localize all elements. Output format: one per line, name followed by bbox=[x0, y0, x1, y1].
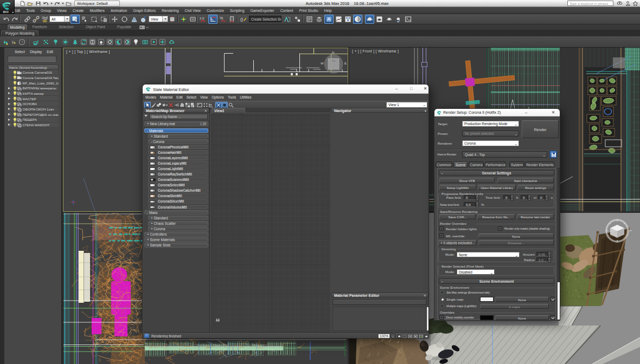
view-to-render-dropdown[interactable]: Quad 4 - Top⌄ bbox=[462, 151, 547, 158]
rendered-frame-icon[interactable] bbox=[375, 15, 384, 24]
menu-gameexporter[interactable]: GameExporter bbox=[247, 7, 277, 14]
slate-zoom-chevron[interactable]: ⌄ bbox=[391, 334, 395, 339]
corona-converter-icon[interactable] bbox=[79, 37, 88, 47]
corona-library-icon[interactable] bbox=[88, 37, 97, 47]
save-cxr-button[interactable]: Save CXR... bbox=[439, 214, 476, 219]
denoise-mode-dropdown[interactable]: None⌄ bbox=[457, 252, 520, 257]
percent-snap-icon[interactable]: % bbox=[218, 15, 227, 24]
explorer-item[interactable]: ПЕРЕГОРОДКА со скалам bbox=[8, 112, 59, 118]
menu-group[interactable]: Group bbox=[38, 7, 54, 14]
setup-lightmix-button[interactable]: Setup LightMix bbox=[439, 185, 476, 190]
open-a360-icon[interactable] bbox=[404, 15, 413, 24]
browser-group-standard[interactable]: + Standard bbox=[148, 134, 208, 139]
undo-flyout-icon[interactable] bbox=[50, 3, 53, 5]
explorer-item[interactable]: ОФОРМ ОКОН 1зал bbox=[8, 107, 59, 112]
browser-material-coronaslicermtl[interactable]: CoronaSlicerMtl bbox=[148, 199, 208, 204]
zoom-extents-selected-icon[interactable] bbox=[413, 334, 418, 339]
slate-menu-material[interactable]: Material bbox=[160, 95, 172, 99]
selection_set-dropdown[interactable]: Create Selection Se bbox=[249, 16, 281, 22]
ribbon-tab-object-paint[interactable]: Object Paint bbox=[84, 24, 107, 30]
menu-customize[interactable]: Customize bbox=[203, 7, 227, 14]
slate-minimize-button[interactable]: – bbox=[391, 86, 402, 91]
zoom-region-icon[interactable] bbox=[402, 334, 407, 339]
search-binoculars-icon[interactable] bbox=[617, 1, 623, 6]
objects-excluded-button[interactable]: + 0 objects excluded... bbox=[438, 240, 477, 245]
ribbon-tab-selection[interactable]: Selection bbox=[56, 24, 76, 30]
slate-material-editor-window[interactable]: Slate Material Editor – □ ✕ ModesMateria… bbox=[142, 84, 429, 339]
corona-interactive-icon[interactable] bbox=[158, 37, 167, 47]
forest-lister-icon[interactable] bbox=[51, 37, 60, 47]
menu-modifiers[interactable]: Modifiers bbox=[87, 7, 108, 14]
redo-flyout-icon[interactable] bbox=[62, 3, 64, 5]
show-grid-icon[interactable] bbox=[221, 102, 228, 108]
time-m-spinner[interactable]: 0 bbox=[521, 195, 528, 200]
render-production-icon[interactable] bbox=[385, 15, 394, 24]
unlink-selection-icon[interactable] bbox=[31, 15, 41, 24]
menu-content[interactable]: Content bbox=[277, 7, 296, 14]
rsetup-minimize-button[interactable]: – bbox=[521, 110, 531, 115]
search-input[interactable]: Type a keyword or phrase bbox=[567, 1, 613, 6]
snaps-25-icon[interactable]: 2.5 bbox=[198, 15, 207, 24]
rsetup-tab-render-elements[interactable]: Render Elements bbox=[526, 161, 554, 167]
browser-group-materials[interactable]: - Materials bbox=[144, 128, 208, 133]
browser-group-maps[interactable]: - Maps bbox=[144, 210, 208, 215]
sign-in-icon[interactable] bbox=[625, 1, 631, 6]
renderer-dropdown[interactable]: Corona⌄ bbox=[462, 140, 519, 146]
direct-visibility-enable-checkbox[interactable] bbox=[551, 315, 555, 320]
browser-material-coronaselectmtl[interactable]: CoronaSelectMtl bbox=[148, 183, 208, 187]
graphite-ribbon-icon[interactable] bbox=[324, 15, 334, 24]
browser-group-corona[interactable]: - Corona bbox=[148, 139, 208, 144]
browser-material-coronalegacymtl[interactable]: CoronaLegacyMtl bbox=[148, 161, 208, 166]
find-binoculars-icon[interactable] bbox=[215, 318, 220, 322]
forest-tools-icon[interactable] bbox=[9, 37, 18, 47]
viewport-front-label[interactable]: [ + ] [ Front ] [ Wireframe ] bbox=[352, 49, 399, 53]
explorer-item[interactable]: RP_Man_Luke_0090_100k bbox=[8, 80, 59, 86]
ribbon-tab-freeform[interactable]: Freeform bbox=[30, 24, 49, 30]
select-by-name-icon[interactable] bbox=[80, 15, 89, 24]
select-place-icon[interactable] bbox=[139, 15, 148, 24]
param-editor-scrollbar[interactable] bbox=[427, 307, 428, 330]
expand-arrow-icon[interactable] bbox=[8, 92, 11, 94]
browser-group-controllers[interactable]: + Controllers bbox=[144, 232, 208, 237]
expand-arrow-icon[interactable] bbox=[8, 103, 11, 105]
menu-print-studio[interactable]: Print Studio bbox=[296, 7, 321, 14]
render-setup-icon[interactable] bbox=[365, 15, 374, 24]
time-s-arrows[interactable] bbox=[545, 195, 548, 200]
zoom-extents-icon[interactable] bbox=[407, 334, 412, 339]
viewport-top-label[interactable]: [ + ] [ Top ] [ Wireframe ] bbox=[66, 50, 110, 54]
time-s-spinner[interactable]: 0 bbox=[538, 195, 545, 200]
expand-arrow-icon[interactable] bbox=[8, 98, 11, 100]
browser-material-coronalightmtl[interactable]: CoronaLightMtl bbox=[148, 166, 208, 171]
spinner-snap-icon[interactable] bbox=[227, 15, 236, 24]
render-hidden-lights-checkbox[interactable] bbox=[439, 226, 444, 231]
menu-graph-editors[interactable]: Graph Editors bbox=[130, 7, 159, 14]
explorer-item[interactable]: ОСНОВА bbox=[8, 101, 59, 107]
explorer-menu-display[interactable]: Display bbox=[30, 50, 42, 54]
expand-arrow-icon[interactable] bbox=[8, 119, 11, 121]
browser-group-chaosscatter[interactable]: + Chaos Scatter bbox=[148, 221, 208, 226]
menu-rendering[interactable]: Rendering bbox=[159, 7, 182, 14]
corona-night-icon[interactable] bbox=[114, 37, 123, 47]
menu-views[interactable]: Views bbox=[54, 7, 69, 14]
target-dropdown[interactable]: Production Rendering Mode⌄ bbox=[462, 121, 519, 127]
pass-limit-arrows[interactable] bbox=[476, 195, 479, 200]
explorer-item[interactable]: Corona Camera016 bbox=[8, 70, 59, 75]
pan-hand-icon[interactable] bbox=[396, 334, 401, 339]
browser-close-icon[interactable]: ✕ bbox=[204, 108, 207, 113]
radius-spinner[interactable]: 1,0 bbox=[536, 257, 548, 262]
browser-material-coronarayswitchmtl[interactable]: CoronaRaySwitchMtl bbox=[148, 172, 208, 177]
expand-arrow-icon[interactable] bbox=[8, 108, 11, 110]
corona-light-icon[interactable] bbox=[131, 37, 140, 47]
reset-settings-button[interactable]: Reset settings bbox=[517, 185, 554, 190]
corona-render-icon[interactable] bbox=[149, 37, 158, 47]
explorer-item[interactable]: Corona Camera016.Targe bbox=[8, 75, 59, 81]
browser-material-coronalayeredmtl[interactable]: CoronaLayeredMtl bbox=[148, 155, 208, 160]
env-multiple-maps-radio[interactable] bbox=[440, 304, 444, 308]
env-3dsmax-radio[interactable] bbox=[440, 290, 444, 295]
lock-view-button[interactable] bbox=[549, 151, 557, 158]
show-vfb-button[interactable]: Show VFB bbox=[439, 178, 495, 183]
radius-arrows[interactable] bbox=[548, 257, 551, 263]
render-iterative-icon[interactable] bbox=[394, 15, 403, 24]
env-single-map-radio[interactable] bbox=[440, 297, 444, 301]
slate-menu-tools[interactable]: Tools bbox=[228, 95, 236, 99]
